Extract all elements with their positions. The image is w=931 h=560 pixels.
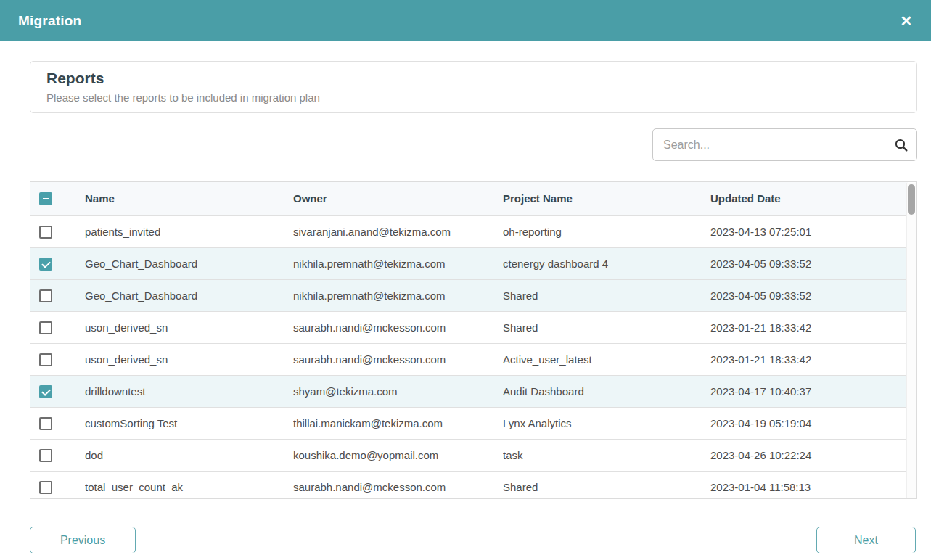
cell-owner: thillai.manickam@tekizma.com: [293, 407, 503, 439]
cell-name: customSorting Test: [85, 407, 293, 439]
cell-updated-date: 2023-04-05 09:33:52: [710, 279, 908, 311]
table-row[interactable]: dodkoushika.demo@yopmail.comtask2023-04-…: [30, 439, 908, 471]
cell-project: Lynx Analytics: [503, 407, 710, 439]
column-header-name: Name: [85, 182, 293, 215]
cell-project: Active_user_latest: [503, 343, 710, 375]
cell-owner: sivaranjani.anand@tekizma.com: [293, 215, 503, 247]
cell-updated-date: 2023-01-21 18:33:42: [710, 311, 908, 343]
row-checkbox[interactable]: [39, 353, 52, 366]
select-all-checkbox[interactable]: [39, 192, 52, 205]
cell-updated-date: 2023-04-19 05:19:04: [710, 407, 908, 439]
cell-updated-date: 2023-04-05 09:33:52: [710, 247, 908, 279]
table-row[interactable]: Geo_Chart_Dashboardnikhila.premnath@teki…: [30, 279, 908, 311]
column-header-project: Project Name: [503, 182, 710, 215]
row-checkbox[interactable]: [39, 226, 52, 239]
cell-project: ctenergy dashboard 4: [503, 247, 710, 279]
row-checkbox[interactable]: [39, 481, 52, 494]
cell-updated-date: 2023-01-04 11:58:13: [710, 471, 908, 499]
cell-updated-date: 2023-01-21 18:33:42: [710, 343, 908, 375]
search-input[interactable]: [653, 139, 889, 152]
cell-project: Shared: [503, 311, 710, 343]
cell-name: patients_invited: [85, 215, 293, 247]
table-row[interactable]: drilldowntestshyam@tekizma.comAudit Dash…: [30, 375, 908, 407]
column-header-updated: Updated Date: [710, 182, 908, 215]
cell-owner: saurabh.nandi@mckesson.com: [293, 471, 503, 499]
cell-project: Shared: [503, 471, 710, 499]
cell-owner: shyam@tekizma.com: [293, 375, 503, 407]
vertical-scrollbar-track[interactable]: [906, 183, 916, 498]
page-subtitle: Please select the reports to be included…: [46, 91, 901, 104]
previous-button[interactable]: Previous: [30, 527, 136, 553]
reports-panel: Reports Please select the reports to be …: [30, 61, 917, 113]
cell-owner: saurabh.nandi@mckesson.com: [293, 343, 503, 375]
close-icon[interactable]: ✕: [895, 9, 918, 33]
cell-name: drilldowntest: [85, 375, 293, 407]
table-row[interactable]: uson_derived_snsaurabh.nandi@mckesson.co…: [30, 311, 908, 343]
table-header-row: Name Owner Project Name Updated Date: [30, 182, 908, 215]
cell-updated-date: 2023-04-26 10:22:24: [710, 439, 908, 471]
row-checkbox[interactable]: [39, 417, 52, 430]
cell-name: Geo_Chart_Dashboard: [85, 279, 293, 311]
reports-table-container: Name Owner Project Name Updated Date pat…: [30, 181, 917, 499]
cell-name: dod: [85, 439, 293, 471]
search-box: [652, 128, 917, 161]
cell-project: task: [503, 439, 710, 471]
table-row[interactable]: patients_invitedsivaranjani.anand@tekizm…: [30, 215, 908, 247]
cell-owner: saurabh.nandi@mckesson.com: [293, 311, 503, 343]
cell-updated-date: 2023-04-13 07:25:01: [710, 215, 908, 247]
dialog-titlebar: Migration ✕: [0, 0, 931, 41]
cell-name: uson_derived_sn: [85, 343, 293, 375]
cell-project: Audit Dashboard: [503, 375, 710, 407]
cell-name: total_user_count_ak: [85, 471, 293, 499]
cell-name: Geo_Chart_Dashboard: [85, 247, 293, 279]
search-icon[interactable]: [889, 133, 914, 157]
cell-owner: nikhila.premnath@tekizma.com: [293, 247, 503, 279]
reports-table: Name Owner Project Name Updated Date pat…: [30, 182, 908, 499]
table-row[interactable]: uson_derived_snsaurabh.nandi@mckesson.co…: [30, 343, 908, 375]
cell-updated-date: 2023-04-17 10:40:37: [710, 375, 908, 407]
cell-owner: nikhila.premnath@tekizma.com: [293, 279, 503, 311]
row-checkbox[interactable]: [39, 289, 52, 302]
cell-name: uson_derived_sn: [85, 311, 293, 343]
vertical-scrollbar-thumb[interactable]: [908, 184, 915, 215]
column-header-owner: Owner: [293, 182, 503, 215]
row-checkbox[interactable]: [39, 385, 52, 398]
table-row[interactable]: total_user_count_aksaurabh.nandi@mckesso…: [30, 471, 908, 499]
row-checkbox[interactable]: [39, 449, 52, 462]
row-checkbox[interactable]: [39, 258, 52, 271]
next-button[interactable]: Next: [816, 527, 916, 553]
dialog-title: Migration: [0, 13, 81, 29]
row-checkbox[interactable]: [39, 321, 52, 334]
table-row[interactable]: Geo_Chart_Dashboardnikhila.premnath@teki…: [30, 247, 908, 279]
cell-project: Shared: [503, 279, 710, 311]
table-row[interactable]: customSorting Testthillai.manickam@tekiz…: [30, 407, 908, 439]
cell-project: oh-reporting: [503, 215, 710, 247]
cell-owner: koushika.demo@yopmail.com: [293, 439, 503, 471]
page-title: Reports: [46, 70, 901, 87]
